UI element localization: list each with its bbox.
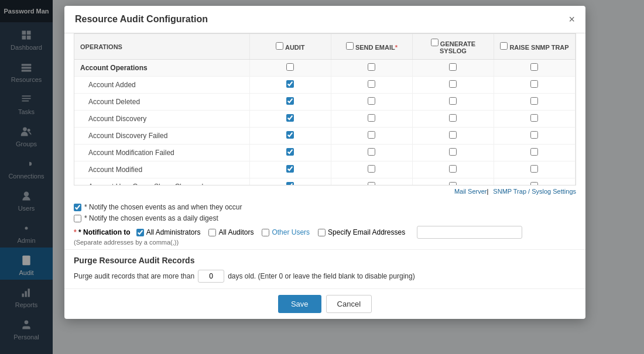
snmp-syslog-link[interactable]: SNMP Trap / Syslog Settings: [493, 188, 576, 195]
row-email-cell[interactable]: [331, 161, 412, 178]
mail-server-link[interactable]: Mail Server: [454, 188, 487, 195]
row-audit-cell[interactable]: [249, 94, 331, 111]
specify-email-label[interactable]: Specify Email Addresses: [318, 228, 405, 236]
snmp-checkbox[interactable]: [530, 114, 538, 122]
row-email-cell[interactable]: [331, 128, 412, 145]
email-checkbox[interactable]: [368, 114, 375, 122]
other-users-checkbox[interactable]: [262, 229, 269, 236]
row-audit-cell[interactable]: [249, 145, 331, 161]
email-addresses-input[interactable]: [417, 226, 522, 239]
row-name-cell: Account Modification Failed: [74, 145, 249, 161]
audit-checkbox[interactable]: [286, 114, 294, 122]
row-audit-cell[interactable]: [249, 111, 331, 128]
row-syslog-cell[interactable]: [412, 161, 494, 178]
row-email-cell[interactable]: [331, 145, 412, 161]
email-checkbox[interactable]: [368, 63, 375, 71]
email-checkbox[interactable]: [368, 165, 375, 173]
audit-checkbox[interactable]: [286, 131, 294, 139]
row-email-cell[interactable]: [331, 178, 412, 186]
syslog-checkbox[interactable]: [449, 97, 457, 105]
purge-label-after: days old. (Enter 0 or leave the field bl…: [228, 272, 415, 280]
syslog-checkbox[interactable]: [449, 131, 457, 139]
row-email-cell[interactable]: [331, 94, 412, 111]
snmp-checkbox[interactable]: [530, 148, 538, 156]
row-syslog-cell[interactable]: [412, 94, 494, 111]
row-name-cell: Account Discovery Failed: [74, 128, 249, 145]
resource-audit-dialog: Resource Audit Configuration × OPERATION…: [64, 6, 585, 319]
snmp-checkbox[interactable]: [530, 63, 538, 71]
col-raise-snmp-label: RAISE SNMP TRAP: [509, 44, 568, 51]
specify-email-checkbox[interactable]: [318, 229, 326, 236]
purge-row: Purge audit records that are more than d…: [74, 270, 576, 283]
row-audit-cell[interactable]: [249, 161, 331, 178]
row-syslog-cell[interactable]: [412, 111, 494, 128]
email-checkbox[interactable]: [368, 80, 375, 88]
notify-immediately-label[interactable]: * Notify the chosen events as and when t…: [84, 203, 242, 211]
snmp-checkbox[interactable]: [530, 165, 538, 173]
audit-checkbox[interactable]: [286, 165, 294, 173]
audit-checkbox[interactable]: [286, 63, 294, 71]
syslog-checkbox[interactable]: [449, 148, 457, 156]
syslog-checkbox[interactable]: [449, 114, 457, 122]
audit-table-body: Account Operations Account Added: [74, 60, 576, 186]
email-checkbox[interactable]: [368, 148, 375, 156]
row-name-cell: Account Added: [74, 77, 249, 94]
row-snmp-cell[interactable]: [494, 145, 575, 161]
row-snmp-cell[interactable]: [494, 60, 575, 77]
row-name-cell: Account Operations: [74, 60, 249, 77]
row-name-cell: Account User Group Share Changed: [74, 178, 249, 186]
email-checkbox[interactable]: [368, 131, 375, 139]
other-users-label[interactable]: Other Users: [262, 228, 310, 236]
notify-daily-label[interactable]: * Notify the chosen events as a daily di…: [84, 214, 218, 222]
purge-days-input[interactable]: [198, 270, 224, 283]
row-syslog-cell[interactable]: [412, 60, 494, 77]
audit-header-checkbox[interactable]: [276, 42, 283, 50]
save-button[interactable]: Save: [278, 295, 321, 313]
syslog-checkbox[interactable]: [449, 80, 457, 88]
raise-snmp-header-checkbox[interactable]: [500, 42, 508, 50]
row-syslog-cell[interactable]: [412, 178, 494, 186]
send-email-required: *: [395, 44, 398, 51]
all-auditors-checkbox[interactable]: [208, 229, 216, 236]
row-audit-cell[interactable]: [249, 128, 331, 145]
all-admins-label[interactable]: All Administrators: [136, 228, 201, 236]
row-snmp-cell[interactable]: [494, 111, 575, 128]
table-row: Account Modification Failed: [74, 145, 576, 161]
generate-syslog-header-checkbox[interactable]: [431, 39, 439, 46]
col-send-email: SEND EMAIL*: [331, 34, 412, 60]
row-email-cell[interactable]: [331, 111, 412, 128]
row-snmp-cell[interactable]: [494, 77, 575, 94]
row-syslog-cell[interactable]: [412, 145, 494, 161]
row-audit-cell[interactable]: [249, 60, 331, 77]
close-icon[interactable]: ×: [568, 14, 575, 25]
purge-title: Purge Resource Audit Records: [74, 256, 576, 265]
row-audit-cell[interactable]: [249, 178, 331, 186]
snmp-checkbox[interactable]: [530, 97, 538, 105]
syslog-checkbox[interactable]: [449, 165, 457, 173]
all-auditors-label[interactable]: All Auditors: [208, 228, 254, 236]
snmp-checkbox[interactable]: [530, 80, 538, 88]
row-email-cell[interactable]: [331, 77, 412, 94]
row-snmp-cell[interactable]: [494, 128, 575, 145]
table-footer: Mail Server | SNMP Trap / Syslog Setting…: [64, 185, 585, 197]
syslog-checkbox[interactable]: [449, 63, 457, 71]
all-admins-checkbox[interactable]: [136, 229, 144, 236]
row-audit-cell[interactable]: [249, 77, 331, 94]
row-snmp-cell[interactable]: [494, 178, 575, 186]
row-syslog-cell[interactable]: [412, 77, 494, 94]
audit-table-scroll[interactable]: OPERATIONS AUDIT SEND EMAIL* GENERATE SY…: [74, 33, 576, 185]
notify-immediately-checkbox[interactable]: [74, 204, 81, 211]
audit-checkbox[interactable]: [286, 148, 294, 156]
audit-checkbox[interactable]: [286, 97, 294, 105]
row-snmp-cell[interactable]: [494, 94, 575, 111]
snmp-checkbox[interactable]: [530, 131, 538, 139]
email-checkbox[interactable]: [368, 97, 375, 105]
email-hint: (Separate addresses by a comma(,)): [74, 239, 179, 246]
cancel-button[interactable]: Cancel: [326, 295, 372, 313]
row-snmp-cell[interactable]: [494, 161, 575, 178]
audit-checkbox[interactable]: [286, 80, 294, 88]
row-email-cell[interactable]: [331, 60, 412, 77]
notify-daily-checkbox[interactable]: [74, 215, 81, 222]
row-syslog-cell[interactable]: [412, 128, 494, 145]
send-email-header-checkbox[interactable]: [346, 42, 354, 50]
